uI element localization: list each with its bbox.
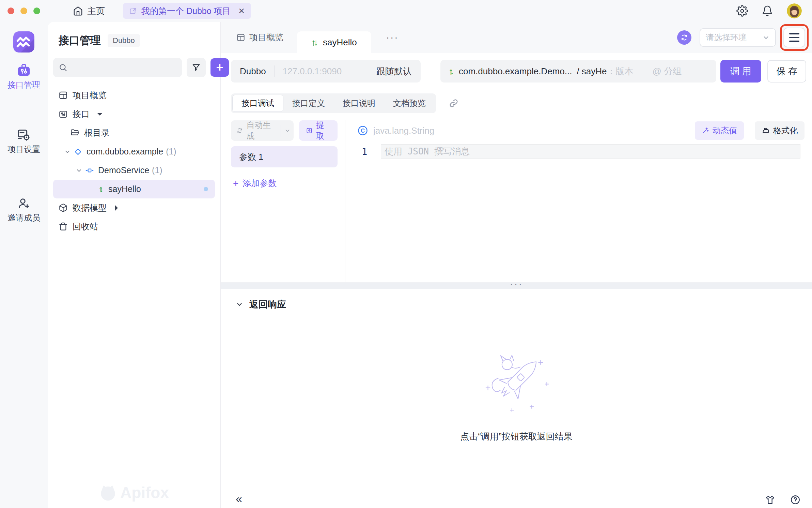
dynamic-value-button[interactable]: 动态值 — [695, 121, 744, 140]
theme-tshirt-icon[interactable] — [765, 495, 775, 505]
params-list-panel: 自动生成 提取 参数 1 — [221, 120, 345, 282]
person-add-icon — [17, 197, 30, 209]
address-input[interactable]: 127.0.0.1:9090 — [283, 66, 376, 77]
autogen-label: 自动生成 — [246, 120, 275, 141]
panel-splitter[interactable]: ··· — [221, 283, 812, 289]
tab-label: 项目概览 — [249, 32, 283, 43]
format-button[interactable]: 格式化 — [755, 121, 805, 140]
rail-item-invite-members[interactable]: 邀请成员 — [7, 197, 40, 223]
chevron-down-icon[interactable] — [76, 167, 82, 174]
sidebar-item-trash[interactable]: 回收站 — [53, 217, 215, 236]
tree-item-method-sayhello[interactable]: ↑↓ sayHello — [53, 180, 215, 198]
folder-icon — [70, 128, 79, 137]
chevron-down-icon[interactable] — [281, 128, 294, 134]
extract-button[interactable]: 提取 — [299, 120, 338, 141]
subtab-debug[interactable]: 接口调试 — [232, 95, 283, 112]
param-item-1[interactable]: 参数 1 — [231, 146, 338, 167]
document-tabstrip: 项目概览 ↑↓ sayHello ··· 请选择环境 — [221, 22, 812, 53]
tree-count: (1) — [152, 165, 162, 175]
refresh-icon — [236, 127, 243, 134]
tree-label: DemoService — [98, 165, 149, 175]
response-title: 返回响应 — [249, 298, 286, 311]
search-icon — [59, 63, 67, 72]
updown-arrows-icon: ↑↓ — [98, 184, 104, 194]
search-input[interactable] — [53, 58, 182, 77]
add-button[interactable]: + — [210, 58, 229, 77]
group-input[interactable]: @ 分组 — [653, 65, 682, 77]
more-tabs-button[interactable]: ··· — [386, 32, 399, 43]
window-close-light[interactable] — [7, 8, 14, 14]
rail-item-label: 接口管理 — [7, 79, 40, 90]
api-debug-content: Dubbo 127.0.0.1:9090 跟随默认 ↑↓ com.dubbo.e… — [221, 53, 812, 508]
sidebar-item-project-overview[interactable]: 项目概览 — [53, 86, 215, 105]
link-icon[interactable] — [449, 99, 458, 108]
follow-default-label[interactable]: 跟随默认 — [376, 65, 412, 77]
caret-down-icon[interactable] — [97, 113, 103, 118]
tree-item-root-folder[interactable]: 根目录 — [53, 123, 215, 142]
titlebar-divider — [114, 6, 114, 16]
autogen-button[interactable]: 自动生成 — [231, 120, 294, 141]
tree-label: com.dubbo.example — [87, 147, 163, 156]
tree-label: 回收站 — [73, 221, 98, 232]
hamburger-menu-button[interactable] — [783, 28, 805, 47]
environment-select[interactable]: 请选择环境 — [700, 28, 776, 47]
filter-button[interactable] — [187, 58, 206, 77]
window-zoom-light[interactable] — [33, 8, 40, 14]
tree-label: 数据模型 — [73, 202, 107, 213]
caret-right-icon[interactable] — [115, 205, 121, 211]
settings-gear-icon[interactable] — [736, 5, 748, 17]
tree-label: 根目录 — [84, 127, 110, 138]
iron-icon — [762, 126, 770, 135]
close-icon[interactable]: ✕ — [238, 6, 245, 16]
rail-item-api-management[interactable]: 接口管理 — [7, 64, 40, 90]
save-button[interactable]: 保 存 — [767, 60, 806, 83]
protocol-label[interactable]: Dubbo — [240, 66, 266, 77]
service-name[interactable]: com.dubbo.example.Demo... — [459, 66, 572, 77]
method-name[interactable]: / sayHe — [577, 66, 607, 77]
invoke-button[interactable]: 调 用 — [720, 60, 761, 83]
notifications-bell-icon[interactable] — [762, 5, 773, 17]
home-icon — [73, 6, 83, 16]
tab-sayhello-active[interactable]: ↑↓ sayHello — [297, 31, 371, 53]
tree-item-package[interactable]: com.dubbo.example (1) — [53, 142, 215, 161]
response-header[interactable]: 返回响应 — [236, 298, 286, 311]
project-tab[interactable]: 我的第一个 Dubbo 项目 ✕ — [123, 3, 251, 19]
api-toolbox-icon — [17, 64, 30, 76]
sidebar-item-data-models[interactable]: 数据模型 — [53, 198, 215, 217]
chevron-down-icon[interactable] — [64, 148, 71, 155]
rail-item-project-settings[interactable]: 项目设置 — [7, 129, 40, 155]
sidebar-item-api-section[interactable]: 接口 — [53, 105, 215, 123]
tree-label: 项目概览 — [73, 90, 107, 101]
subtab-doc-preview[interactable]: 文档预览 — [384, 95, 435, 112]
trash-icon — [59, 222, 68, 231]
apifox-logo[interactable] — [13, 31, 34, 53]
subtab-definition[interactable]: 接口定义 — [283, 95, 334, 112]
help-icon[interactable] — [790, 495, 800, 505]
service-method-group[interactable]: ↑↓ com.dubbo.example.Demo... / sayHe ： 版… — [440, 60, 716, 83]
json-editor[interactable]: 1 使用 JSON 撰写消息 — [345, 141, 812, 282]
magic-wand-icon — [702, 127, 709, 134]
param-type[interactable]: java.lang.String — [373, 125, 434, 136]
tree-label: 接口 — [73, 108, 90, 120]
cube-icon — [59, 203, 68, 212]
window-minimize-light[interactable] — [20, 8, 27, 14]
rail-item-label: 邀请成员 — [7, 212, 40, 223]
collapse-sidebar-icon[interactable]: « — [236, 492, 242, 505]
editor-current-line[interactable]: 使用 JSON 撰写消息 — [381, 144, 800, 159]
add-param-button[interactable]: + 添加参数 — [231, 178, 338, 189]
tab-project-overview[interactable]: 项目概览 — [236, 32, 283, 43]
sync-button[interactable] — [677, 30, 691, 45]
window-titlebar: 主页 我的第一个 Dubbo 项目 ✕ — [0, 0, 812, 22]
search-field[interactable] — [71, 63, 176, 72]
api-subtabs: 接口调试 接口定义 接口说明 文档预览 — [231, 93, 812, 113]
version-input[interactable]: 版本 — [616, 65, 634, 77]
extract-label: 提取 — [316, 120, 331, 141]
funnel-icon — [192, 63, 201, 72]
subtab-description[interactable]: 接口说明 — [334, 95, 384, 112]
unsaved-dot — [204, 187, 208, 191]
statusbar: « — [221, 491, 812, 508]
user-avatar[interactable] — [787, 3, 802, 18]
tree-item-service[interactable]: DemoService (1) — [53, 161, 215, 180]
endpoint-group[interactable]: Dubbo 127.0.0.1:9090 跟随默认 — [231, 60, 421, 83]
home-button[interactable]: 主页 — [73, 5, 105, 17]
